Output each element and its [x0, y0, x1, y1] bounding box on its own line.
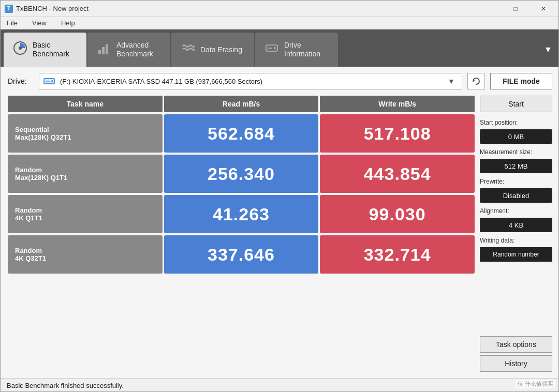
tab-advanced-benchmark[interactable]: AdvancedBenchmark — [87, 33, 170, 67]
drive-row: Drive: (F:) KIOXIA-EXCERIA SATA SSD 447.… — [8, 73, 552, 89]
drive-select-arrow-icon: ▼ — [445, 77, 458, 85]
task-random-4k-q1t1: Random 4K Q1T1 — [8, 195, 163, 233]
writing-data-button[interactable]: Random number — [480, 247, 552, 262]
refresh-icon — [472, 77, 481, 86]
task-random-128k: Random Max(128K) Q1T1 — [8, 155, 163, 193]
benchmark-area: Task name Read mB/s Write mB/s Sequentia… — [8, 96, 552, 372]
tab-bar: BasicBenchmark AdvancedBenchmark Data E — [1, 29, 559, 67]
svg-rect-3 — [102, 47, 105, 54]
col-read-header: Read mB/s — [164, 96, 319, 112]
svg-point-6 — [274, 47, 276, 49]
drive-information-icon — [264, 41, 279, 58]
write-random-128k: 443.854 — [320, 155, 475, 193]
history-button[interactable]: History — [480, 355, 552, 372]
basic-benchmark-icon — [13, 41, 27, 58]
svg-rect-4 — [106, 44, 108, 54]
read-random-4k-q1t1: 41.263 — [164, 195, 319, 233]
main-content: Drive: (F:) KIOXIA-EXCERIA SATA SSD 447.… — [1, 67, 559, 378]
write-sequential: 517.108 — [320, 114, 475, 153]
table-row: Random Max(128K) Q1T1 256.340 443.854 — [8, 155, 475, 193]
task-random-4k-q32t1: Random 4K Q32T1 — [8, 235, 163, 274]
start-position-value: 0 MB — [480, 129, 552, 144]
alignment-value: 4 KB — [480, 218, 552, 232]
advanced-benchmark-icon — [97, 41, 111, 58]
minimize-button[interactable]: ─ — [476, 2, 499, 16]
table-row: Sequential Max(128K) Q32T1 562.684 517.1… — [8, 114, 475, 153]
status-text: Basic Benchmark finished successfully. — [7, 382, 124, 389]
tab-basic-benchmark[interactable]: BasicBenchmark — [4, 33, 86, 67]
drive-value: (F:) KIOXIA-EXCERIA SATA SSD 447.11 GB (… — [60, 78, 262, 85]
tab-erasing-label: Data Erasing — [200, 46, 242, 54]
drive-select-container[interactable]: (F:) KIOXIA-EXCERIA SATA SSD 447.11 GB (… — [39, 73, 462, 89]
prewrite-label: Prewrite: — [480, 178, 552, 185]
read-random-4k-q32t1: 337.646 — [164, 235, 319, 274]
tab-data-erasing[interactable]: Data Erasing — [171, 33, 254, 67]
task-options-button[interactable]: Task options — [480, 336, 552, 353]
prewrite-value: Disabled — [480, 188, 552, 203]
title-bar-left: T TxBENCH - New project — [5, 5, 89, 13]
menu-help[interactable]: Help — [58, 18, 78, 28]
menu-file[interactable]: File — [4, 18, 21, 28]
table-row: Random 4K Q32T1 337.646 332.714 — [8, 235, 475, 274]
menu-view[interactable]: View — [29, 18, 50, 28]
window-title: TxBENCH - New project — [16, 5, 89, 12]
table-header: Task name Read mB/s Write mB/s — [8, 96, 475, 112]
dropdown-arrow-icon: ▼ — [544, 45, 552, 54]
menu-bar: File View Help — [1, 17, 559, 29]
maximize-button[interactable]: □ — [504, 2, 527, 16]
data-erasing-icon — [181, 41, 195, 58]
file-mode-button[interactable]: FILE mode — [490, 73, 552, 89]
tab-advanced-label: AdvancedBenchmark — [116, 41, 153, 58]
benchmark-table: Task name Read mB/s Write mB/s Sequentia… — [8, 96, 475, 372]
svg-marker-12 — [473, 80, 475, 82]
col-write-header: Write mB/s — [320, 96, 475, 112]
table-row: Random 4K Q1T1 41.263 99.030 — [8, 195, 475, 233]
tab-dropdown-button[interactable]: ▼ — [540, 41, 556, 58]
alignment-label: Alignment: — [480, 207, 552, 215]
start-button[interactable]: Start — [480, 96, 552, 112]
drive-refresh-button[interactable] — [467, 73, 485, 89]
tab-basic-label: BasicBenchmark — [33, 41, 69, 58]
col-task-header: Task name — [8, 96, 163, 112]
tab-drive-information[interactable]: DriveInformation — [255, 33, 338, 67]
start-position-label: Start position: — [480, 119, 552, 126]
title-bar-controls: ─ □ ✕ — [476, 2, 555, 16]
task-sequential: Sequential Max(128K) Q32T1 — [8, 114, 163, 153]
drive-select-inner: (F:) KIOXIA-EXCERIA SATA SSD 447.11 GB (… — [43, 77, 445, 85]
svg-point-10 — [51, 80, 53, 82]
measurement-size-value: 512 MB — [480, 159, 552, 173]
svg-rect-2 — [98, 50, 101, 54]
svg-point-1 — [19, 47, 22, 50]
tab-drive-label: DriveInformation — [284, 41, 320, 58]
drive-label: Drive: — [8, 77, 34, 85]
status-bar: Basic Benchmark finished successfully. — [1, 378, 559, 392]
watermark: 值 什么值得买 — [516, 380, 555, 388]
title-bar: T TxBENCH - New project ─ □ ✕ — [1, 1, 559, 17]
close-button[interactable]: ✕ — [532, 2, 555, 16]
measurement-size-label: Measurement size: — [480, 148, 552, 156]
app-icon: T — [5, 5, 13, 13]
read-sequential: 562.684 — [164, 114, 319, 153]
writing-data-label: Writing data: — [480, 237, 552, 244]
write-random-4k-q1t1: 99.030 — [320, 195, 475, 233]
write-random-4k-q32t1: 332.714 — [320, 235, 475, 274]
read-random-128k: 256.340 — [164, 155, 319, 193]
right-sidebar: Start Start position: 0 MB Measurement s… — [480, 96, 552, 372]
